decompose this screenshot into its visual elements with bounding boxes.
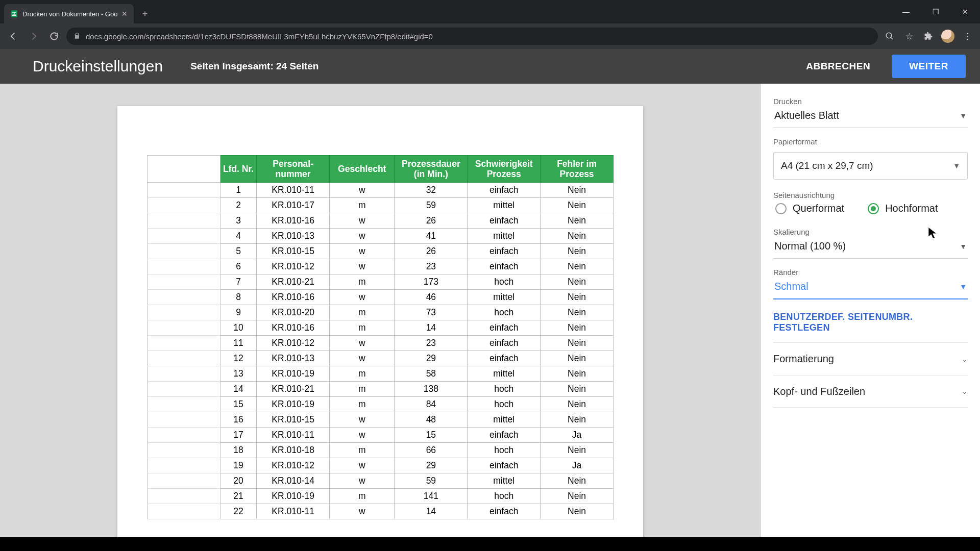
cell: Nein <box>541 259 614 274</box>
row-lead-cell <box>148 397 220 412</box>
next-button[interactable]: WEITER <box>892 55 966 78</box>
table-row: 5KR.010-15w26einfachNein <box>148 244 614 259</box>
cell: Ja <box>541 428 614 443</box>
forward-button[interactable] <box>26 28 42 44</box>
scale-label: Skalierung <box>773 228 968 236</box>
cell: 29 <box>395 458 468 473</box>
row-lead-cell <box>148 473 220 489</box>
cell: einfach <box>468 320 541 336</box>
cell: w <box>330 428 395 443</box>
browser-tab[interactable]: Drucken von Dokumenten - Goo ✕ <box>4 4 134 23</box>
cell: 26 <box>395 213 468 229</box>
extensions-icon[interactable] <box>921 29 936 44</box>
orientation-landscape[interactable]: Querformat <box>775 203 844 214</box>
cell: KR.010-18 <box>257 443 330 458</box>
cell: Nein <box>541 305 614 320</box>
cell: 23 <box>395 259 468 274</box>
cell: 66 <box>395 443 468 458</box>
cell: Nein <box>541 489 614 504</box>
cell: einfach <box>468 428 541 443</box>
profile-avatar[interactable] <box>940 29 955 44</box>
cell: w <box>330 213 395 229</box>
cell: w <box>330 259 395 274</box>
cell: 11 <box>220 336 256 351</box>
cell: w <box>330 412 395 428</box>
chevron-down-icon: ▼ <box>960 283 967 291</box>
cell: w <box>330 290 395 305</box>
minimize-button[interactable]: — <box>891 0 921 23</box>
cell: einfach <box>468 504 541 519</box>
paper-label: Papierformat <box>773 137 968 146</box>
close-window-button[interactable]: ✕ <box>950 0 980 23</box>
cell: 18 <box>220 443 256 458</box>
cell: Nein <box>541 198 614 213</box>
cell: KR.010-11 <box>257 504 330 519</box>
cell: KR.010-19 <box>257 366 330 382</box>
cell: Nein <box>541 504 614 519</box>
cancel-button[interactable]: ABBRECHEN <box>795 55 881 78</box>
row-lead-cell <box>148 244 220 259</box>
cell: m <box>330 320 395 336</box>
cell: 14 <box>395 504 468 519</box>
table-row: 20KR.010-14w59mittelNein <box>148 473 614 489</box>
new-tab-button[interactable]: ＋ <box>137 5 153 21</box>
cell: mittel <box>468 198 541 213</box>
cell: KR.010-12 <box>257 336 330 351</box>
cell: Nein <box>541 183 614 198</box>
table-row: 18KR.010-18m66hochNein <box>148 443 614 458</box>
cell: hoch <box>468 397 541 412</box>
cell: w <box>330 504 395 519</box>
cell: Nein <box>541 397 614 412</box>
orientation-portrait[interactable]: Hochformat <box>868 203 938 214</box>
cell: KR.010-21 <box>257 274 330 290</box>
print-range-select[interactable]: Aktuelles Blatt ▼ <box>773 106 968 128</box>
margin-select[interactable]: Schmal ▼ <box>773 277 968 299</box>
th-schwierigkeit: Schwierigkeit Prozess <box>468 156 541 183</box>
custom-pagebreaks-link[interactable]: BENUTZERDEF. SEITENUMBR. FESTLEGEN <box>773 309 968 342</box>
cell: Nein <box>541 336 614 351</box>
cell: hoch <box>468 305 541 320</box>
cell: 58 <box>395 366 468 382</box>
cell: Ja <box>541 458 614 473</box>
chevron-down-icon: ⌄ <box>962 387 968 395</box>
row-lead-cell <box>148 290 220 305</box>
paper-size-value: A4 (21 cm x 29,7 cm) <box>781 160 873 171</box>
chrome-menu-button[interactable]: ⋮ <box>960 29 975 44</box>
cell: KR.010-15 <box>257 244 330 259</box>
cell: KR.010-16 <box>257 320 330 336</box>
cell: m <box>330 382 395 397</box>
back-button[interactable] <box>5 28 21 44</box>
radio-off-icon <box>775 203 787 214</box>
cell: 59 <box>395 198 468 213</box>
formatting-expander[interactable]: Formatierung ⌄ <box>773 342 968 375</box>
table-row: 9KR.010-20m73hochNein <box>148 305 614 320</box>
cell: 73 <box>395 305 468 320</box>
cell: KR.010-15 <box>257 412 330 428</box>
cell: hoch <box>468 382 541 397</box>
margin-value: Schmal <box>774 281 808 292</box>
cell: 9 <box>220 305 256 320</box>
scale-select[interactable]: Normal (100 %) ▼ <box>773 236 968 259</box>
cell: 1 <box>220 183 256 198</box>
cell: Nein <box>541 244 614 259</box>
maximize-button[interactable]: ❐ <box>921 0 950 23</box>
paper-size-select[interactable]: A4 (21 cm x 29,7 cm) ▼ <box>773 152 968 180</box>
cell: 16 <box>220 412 256 428</box>
print-preview[interactable]: Lfd. Nr. Personal-nummer Geschlecht Proz… <box>0 84 761 537</box>
lock-icon <box>74 32 81 41</box>
cell: m <box>330 397 395 412</box>
zoom-icon[interactable] <box>882 29 897 44</box>
header-footer-expander[interactable]: Kopf- und Fußzeilen ⌄ <box>773 375 968 408</box>
cell: einfach <box>468 336 541 351</box>
address-bar[interactable]: docs.google.com/spreadsheets/d/1cz3cDUFS… <box>66 28 878 45</box>
cell: w <box>330 244 395 259</box>
table-row: 15KR.010-19m84hochNein <box>148 397 614 412</box>
table-row: 1KR.010-11w32einfachNein <box>148 183 614 198</box>
cell: Nein <box>541 443 614 458</box>
cell: Nein <box>541 412 614 428</box>
close-tab-icon[interactable]: ✕ <box>121 10 128 18</box>
browser-toolbar: docs.google.com/spreadsheets/d/1cz3cDUFS… <box>0 23 980 49</box>
cell: KR.010-16 <box>257 213 330 229</box>
bookmark-star-icon[interactable]: ☆ <box>901 29 917 44</box>
reload-button[interactable] <box>46 28 62 44</box>
